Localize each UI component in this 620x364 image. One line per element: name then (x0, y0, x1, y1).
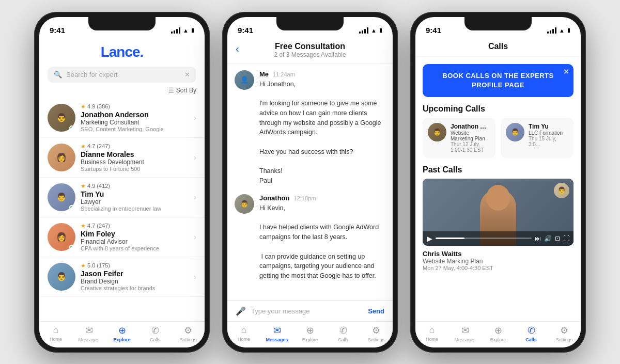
avatar-upcoming-1: 👨 (428, 123, 446, 141)
expert-item-2[interactable]: 👩 ★ 4.7 (247) Dianne Morales Business De… (39, 138, 205, 178)
nav-messages-1[interactable]: ✉ Messages (72, 325, 105, 342)
message-list: 👤 Me 11:24am Hi Jonathon,I'm looking for… (227, 64, 393, 300)
nav-calls-2[interactable]: ✆ Calls (327, 325, 360, 342)
message-text-2: Hi Kevin,I have helped clients with Goog… (259, 203, 385, 281)
fullscreen-icon[interactable]: ⛶ (563, 235, 569, 242)
signal-icon-3 (547, 27, 556, 34)
online-indicator-3 (69, 205, 74, 210)
battery-icon-2: ▮ (379, 27, 382, 34)
explore-icon: ⊕ (118, 325, 126, 336)
star-icon-5: ★ (81, 262, 86, 269)
search-bar[interactable]: 🔍 Search for expert ✕ (48, 67, 196, 83)
nav-home-label-3: Home (426, 337, 438, 342)
nav-messages-2[interactable]: ✉ Messages (260, 325, 293, 342)
rating-value-3: 4.9 (412) (87, 183, 110, 189)
past-call-video[interactable]: 👨 ▶ ⏭ 🔊 ⊡ (423, 179, 574, 246)
message-body-1: Me 11:24am Hi Jonathon,I'm looking for s… (259, 70, 385, 186)
calls-icon-2: ✆ (339, 325, 347, 336)
expert-item-5[interactable]: 👨 ★ 5.0 (175) Jason Feifer Brand Design … (39, 257, 205, 297)
message-sender-2: Jonathon (259, 194, 290, 202)
calls-icon-1: ✆ (151, 325, 159, 336)
messages-icon: ✉ (85, 325, 93, 336)
p3-content: Calls ✕ BOOK CALLS ON THE EXPERTS PROFIL… (415, 40, 581, 321)
expert-desc-1: SEO, Content Marketing, Google (81, 126, 189, 132)
star-icon-2: ★ (81, 143, 86, 150)
progress-fill (436, 238, 464, 239)
past-section-title: Past Calls (415, 158, 581, 179)
nav-home-2[interactable]: ⌂ Home (227, 325, 260, 342)
microphone-icon[interactable]: 🎤 (236, 306, 246, 316)
bottom-nav-3: ⌂ Home ✉ Messages ⊕ Explore ✆ Calls ⚙ (415, 321, 581, 347)
send-button[interactable]: Send (368, 307, 384, 315)
status-icons-2: ▲ ▮ (359, 27, 382, 34)
wifi-icon-3: ▲ (559, 27, 565, 34)
expert-name-2: Dianne Morales (81, 150, 189, 159)
nav-explore-2[interactable]: ⊕ Explore (293, 325, 327, 342)
calls-content: ✕ BOOK CALLS ON THE EXPERTS PROFILE PAGE… (415, 57, 581, 321)
nav-calls-1[interactable]: ✆ Calls (138, 325, 172, 342)
avatar-jonathon-anderson: 👨 (48, 104, 75, 132)
explore-icon-2: ⊕ (306, 325, 314, 336)
nav-explore-3[interactable]: ⊕ Explore (482, 325, 515, 342)
upcoming-call-info-1: Jonathon Anderson Website Marketing Plan… (451, 123, 490, 153)
nav-messages-label-3: Messages (454, 337, 475, 342)
phone-1-notch (88, 17, 156, 30)
avatar-kim-foley: 👩 (48, 223, 75, 251)
phone-3-screen: 9:41 ▲ ▮ Calls (415, 17, 581, 347)
skip-icon[interactable]: ⏭ (535, 235, 541, 242)
cta-close-icon[interactable]: ✕ (563, 67, 570, 77)
upcoming-call-desc-2: LLC Formation (529, 130, 568, 136)
avatar-jason-feifer: 👨 (48, 263, 75, 291)
progress-bar[interactable] (436, 238, 532, 239)
messages-icon-3: ✉ (461, 325, 469, 336)
avatar-upcoming-2: 👨 (506, 123, 524, 141)
cta-text: BOOK CALLS ON THE EXPERTS PROFILE PAGE (442, 72, 553, 89)
nav-settings-3[interactable]: ⚙ Settings (548, 325, 581, 342)
message-2: 👨 Jonathon 12:18pm Hi Kevin,I have helpe… (235, 194, 385, 281)
nav-explore-1[interactable]: ⊕ Explore (105, 325, 138, 342)
settings-icon-1: ⚙ (184, 325, 192, 336)
phone-2: 9:41 ▲ ▮ ‹ Free Consultation (222, 12, 398, 353)
chevron-right-icon-5: › (194, 273, 196, 281)
pip-icon[interactable]: ⊡ (555, 235, 560, 242)
search-clear-icon[interactable]: ✕ (184, 71, 190, 78)
upcoming-call-1[interactable]: 👨 Jonathon Anderson Website Marketing Pl… (423, 118, 495, 158)
nav-settings-2[interactable]: ⚙ Settings (360, 325, 393, 342)
nav-calls-3[interactable]: ✆ Calls (515, 325, 548, 342)
message-input[interactable]: Type your message (251, 307, 363, 315)
nav-messages-3[interactable]: ✉ Messages (448, 325, 482, 342)
expert-item-1[interactable]: 👨 ★ 4.9 (386) Jonathon Anderson Marketin… (39, 98, 205, 138)
back-button[interactable]: ‹ (236, 43, 239, 55)
message-sender-1: Me (259, 70, 269, 78)
star-icon-4: ★ (81, 223, 86, 229)
expert-info-1: ★ 4.9 (386) Jonathon Anderson Marketing … (81, 103, 189, 132)
online-indicator (69, 125, 74, 131)
message-time-1: 11:24am (273, 71, 295, 77)
expert-list: 👨 ★ 4.9 (386) Jonathon Anderson Marketin… (39, 98, 205, 321)
messages-icon-2: ✉ (273, 325, 281, 336)
expert-item-3[interactable]: 👨 ★ 4.9 (412) Tim Yu Lawyer Specializing… (39, 178, 205, 217)
upcoming-call-2[interactable]: 👨 Tim Yu LLC Formation Thu 15 July, 3:0.… (501, 118, 574, 158)
video-controls: ▶ ⏭ 🔊 ⊡ ⛶ (423, 231, 574, 246)
chevron-right-icon-3: › (194, 193, 196, 201)
message-time-2: 12:18pm (294, 195, 316, 201)
rating-value-4: 4.7 (247) (87, 223, 110, 229)
expert-item-4[interactable]: 👩 ★ 4.7 (247) Kim Foley Financial Adviso… (39, 217, 205, 257)
nav-settings-1[interactable]: ⚙ Settings (172, 325, 205, 342)
play-icon[interactable]: ▶ (427, 234, 432, 243)
avatar-tim-yu: 👨 (48, 183, 75, 211)
nav-home-label-1: Home (50, 337, 62, 342)
nav-home-1[interactable]: ⌂ Home (39, 325, 72, 342)
phones-container: 9:41 ▲ ▮ Lance. (34, 12, 586, 353)
sort-bar[interactable]: ☰ Sort By (39, 87, 205, 98)
p2-content: ‹ Free Consultation 2 of 3 Messages Avai… (227, 40, 393, 321)
nav-messages-label-2: Messages (266, 337, 288, 342)
home-icon: ⌂ (53, 325, 59, 336)
nav-home-3[interactable]: ⌂ Home (415, 325, 448, 342)
battery-icon-3: ▮ (567, 27, 570, 34)
search-input[interactable]: Search for expert (66, 71, 180, 78)
cta-banner[interactable]: ✕ BOOK CALLS ON THE EXPERTS PROFILE PAGE (423, 64, 574, 97)
volume-icon[interactable]: 🔊 (544, 235, 552, 242)
bottom-nav-1: ⌂ Home ✉ Messages ⊕ Explore ✆ Calls ⚙ (39, 321, 205, 347)
wifi-icon: ▲ (183, 27, 189, 34)
